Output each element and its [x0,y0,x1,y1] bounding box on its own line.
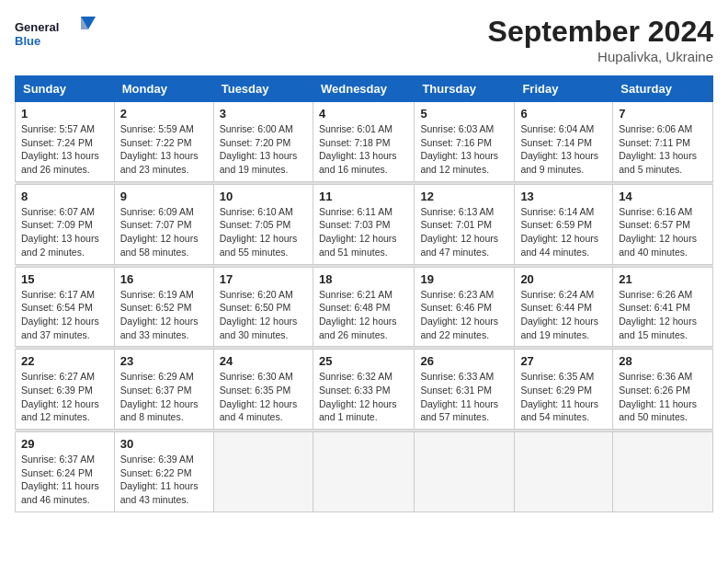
day-info: Sunrise: 6:29 AM Sunset: 6:37 PM Dayligh… [120,370,208,424]
calendar-cell: 13Sunrise: 6:14 AM Sunset: 6:59 PM Dayli… [515,184,613,264]
day-number: 8 [21,190,108,203]
day-info: Sunrise: 6:26 AM Sunset: 6:41 PM Dayligh… [619,288,707,342]
day-info: Sunrise: 6:21 AM Sunset: 6:48 PM Dayligh… [319,288,408,342]
logo: General Blue [15,15,97,53]
day-number: 23 [120,354,208,368]
day-info: Sunrise: 6:24 AM Sunset: 6:44 PM Dayligh… [520,288,607,342]
calendar-cell: 10Sunrise: 6:10 AM Sunset: 7:05 PM Dayli… [213,184,313,264]
day-info: Sunrise: 6:19 AM Sunset: 6:52 PM Dayligh… [120,288,208,342]
calendar-cell: 24Sunrise: 6:30 AM Sunset: 6:35 PM Dayli… [213,350,313,430]
calendar-week-2: 8Sunrise: 6:07 AM Sunset: 7:09 PM Daylig… [16,184,713,264]
day-number: 5 [420,107,508,121]
col-header-thursday: Thursday [415,76,515,102]
calendar-cell: 17Sunrise: 6:20 AM Sunset: 6:50 PM Dayli… [213,267,313,347]
day-number: 3 [220,107,307,121]
day-info: Sunrise: 6:06 AM Sunset: 7:11 PM Dayligh… [619,122,707,177]
day-number: 2 [120,107,208,121]
calendar-cell: 22Sunrise: 6:27 AM Sunset: 6:39 PM Dayli… [16,350,115,430]
svg-text:General: General [15,20,59,34]
col-header-wednesday: Wednesday [313,76,414,102]
day-number: 12 [420,190,508,203]
logo-svg: General Blue [15,15,97,53]
month-title: September 2024 [488,15,713,49]
page-header: General Blue September 2024 Hupalivka, U… [15,15,713,64]
day-info: Sunrise: 6:20 AM Sunset: 6:50 PM Dayligh… [220,288,307,342]
day-info: Sunrise: 6:39 AM Sunset: 6:22 PM Dayligh… [120,453,208,507]
day-number: 6 [520,107,607,121]
calendar-header-row: SundayMondayTuesdayWednesdayThursdayFrid… [16,76,713,102]
day-number: 21 [619,272,707,286]
calendar-cell: 29Sunrise: 6:37 AM Sunset: 6:24 PM Dayli… [16,432,115,512]
day-number: 24 [220,354,307,368]
day-info: Sunrise: 6:10 AM Sunset: 7:05 PM Dayligh… [220,205,307,259]
calendar-cell: 19Sunrise: 6:23 AM Sunset: 6:46 PM Dayli… [415,267,515,347]
calendar-cell: 3Sunrise: 6:00 AM Sunset: 7:20 PM Daylig… [213,102,313,182]
calendar-cell: 23Sunrise: 6:29 AM Sunset: 6:37 PM Dayli… [114,350,213,430]
col-header-sunday: Sunday [16,76,115,102]
day-number: 10 [220,190,307,203]
calendar-cell: 8Sunrise: 6:07 AM Sunset: 7:09 PM Daylig… [16,184,115,264]
calendar-cell: 18Sunrise: 6:21 AM Sunset: 6:48 PM Dayli… [313,267,414,347]
day-info: Sunrise: 6:33 AM Sunset: 6:31 PM Dayligh… [420,370,508,424]
day-number: 29 [21,437,108,451]
svg-text:Blue: Blue [15,34,40,48]
calendar-cell: 12Sunrise: 6:13 AM Sunset: 7:01 PM Dayli… [415,184,515,264]
day-info: Sunrise: 6:14 AM Sunset: 6:59 PM Dayligh… [520,205,607,259]
calendar-cell [213,432,313,512]
day-number: 20 [520,272,607,286]
title-block: September 2024 Hupalivka, Ukraine [488,15,713,64]
calendar-cell: 1Sunrise: 5:57 AM Sunset: 7:24 PM Daylig… [16,102,115,182]
col-header-friday: Friday [515,76,613,102]
calendar-cell: 6Sunrise: 6:04 AM Sunset: 7:14 PM Daylig… [515,102,613,182]
calendar-cell: 28Sunrise: 6:36 AM Sunset: 6:26 PM Dayli… [613,350,713,430]
day-info: Sunrise: 6:35 AM Sunset: 6:29 PM Dayligh… [520,370,607,424]
day-number: 25 [319,354,408,368]
calendar-cell [613,432,713,512]
day-info: Sunrise: 6:30 AM Sunset: 6:35 PM Dayligh… [220,370,307,424]
day-info: Sunrise: 6:00 AM Sunset: 7:20 PM Dayligh… [220,122,307,177]
day-number: 13 [520,190,607,203]
calendar-week-4: 22Sunrise: 6:27 AM Sunset: 6:39 PM Dayli… [16,350,713,430]
col-header-monday: Monday [114,76,213,102]
day-number: 17 [220,272,307,286]
calendar-cell: 16Sunrise: 6:19 AM Sunset: 6:52 PM Dayli… [114,267,213,347]
day-number: 18 [319,272,408,286]
calendar-cell: 9Sunrise: 6:09 AM Sunset: 7:07 PM Daylig… [114,184,213,264]
calendar-cell: 15Sunrise: 6:17 AM Sunset: 6:54 PM Dayli… [16,267,115,347]
day-info: Sunrise: 6:16 AM Sunset: 6:57 PM Dayligh… [619,205,707,259]
calendar-cell: 21Sunrise: 6:26 AM Sunset: 6:41 PM Dayli… [613,267,713,347]
calendar-week-1: 1Sunrise: 5:57 AM Sunset: 7:24 PM Daylig… [16,102,713,182]
day-info: Sunrise: 6:27 AM Sunset: 6:39 PM Dayligh… [21,370,108,424]
day-info: Sunrise: 6:37 AM Sunset: 6:24 PM Dayligh… [21,453,108,507]
calendar-cell: 4Sunrise: 6:01 AM Sunset: 7:18 PM Daylig… [313,102,414,182]
day-info: Sunrise: 6:03 AM Sunset: 7:16 PM Dayligh… [420,122,508,177]
day-info: Sunrise: 6:04 AM Sunset: 7:14 PM Dayligh… [520,122,607,177]
day-number: 14 [619,190,707,203]
day-number: 19 [420,272,508,286]
day-info: Sunrise: 6:09 AM Sunset: 7:07 PM Dayligh… [120,205,208,259]
calendar-cell [515,432,613,512]
col-header-saturday: Saturday [613,76,713,102]
day-number: 11 [319,190,408,203]
calendar-cell: 14Sunrise: 6:16 AM Sunset: 6:57 PM Dayli… [613,184,713,264]
calendar-week-3: 15Sunrise: 6:17 AM Sunset: 6:54 PM Dayli… [16,267,713,347]
calendar-cell: 2Sunrise: 5:59 AM Sunset: 7:22 PM Daylig… [114,102,213,182]
day-number: 16 [120,272,208,286]
calendar-cell: 27Sunrise: 6:35 AM Sunset: 6:29 PM Dayli… [515,350,613,430]
day-number: 9 [120,190,208,203]
day-number: 26 [420,354,508,368]
calendar-week-5: 29Sunrise: 6:37 AM Sunset: 6:24 PM Dayli… [16,432,713,512]
day-number: 1 [21,107,108,121]
day-info: Sunrise: 6:17 AM Sunset: 6:54 PM Dayligh… [21,288,108,342]
calendar-cell: 7Sunrise: 6:06 AM Sunset: 7:11 PM Daylig… [613,102,713,182]
day-info: Sunrise: 5:59 AM Sunset: 7:22 PM Dayligh… [120,122,208,177]
day-info: Sunrise: 6:32 AM Sunset: 6:33 PM Dayligh… [319,370,408,424]
day-number: 30 [120,437,208,451]
calendar-cell: 26Sunrise: 6:33 AM Sunset: 6:31 PM Dayli… [415,350,515,430]
day-number: 22 [21,354,108,368]
calendar-cell [415,432,515,512]
location: Hupalivka, Ukraine [488,49,713,64]
calendar-cell: 5Sunrise: 6:03 AM Sunset: 7:16 PM Daylig… [415,102,515,182]
calendar-cell: 30Sunrise: 6:39 AM Sunset: 6:22 PM Dayli… [114,432,213,512]
calendar-cell [313,432,414,512]
